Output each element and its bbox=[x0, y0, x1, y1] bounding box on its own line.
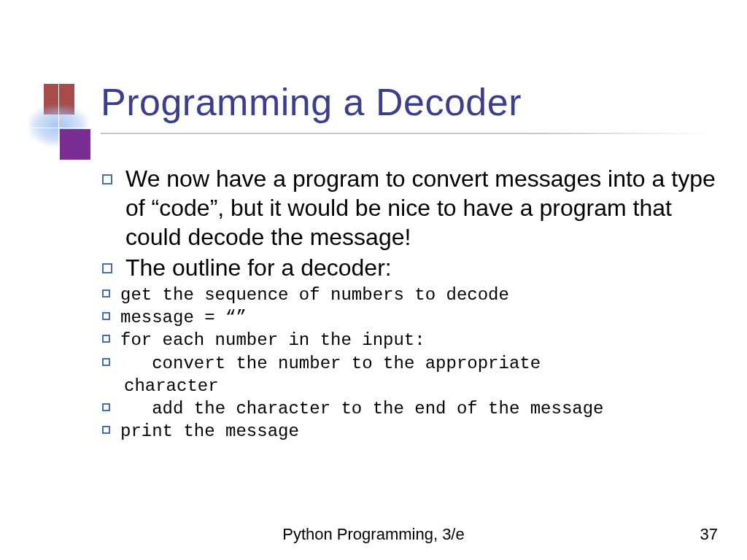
page-number: 37 bbox=[700, 525, 718, 544]
code-text: print the message bbox=[120, 420, 299, 443]
bullet-icon bbox=[102, 263, 112, 273]
slide-title: Programming a Decoder bbox=[101, 80, 522, 124]
slide-content: We now have a program to convert message… bbox=[102, 164, 722, 443]
code-text: for each number in the input: bbox=[120, 329, 425, 351]
code-text: message = “” bbox=[120, 306, 247, 329]
code-text: character bbox=[124, 375, 219, 397]
code-text: add the character to the end of the mess… bbox=[120, 397, 604, 420]
slide-decoration bbox=[29, 84, 95, 157]
code-line: get the sequence of numbers to decode bbox=[102, 284, 722, 306]
code-line: message = “” bbox=[102, 306, 722, 329]
code-text: convert the number to the appropriate bbox=[120, 352, 541, 375]
bullet-text: The outline for a decoder: bbox=[125, 253, 392, 282]
footer-text: Python Programming, 3/e bbox=[0, 525, 747, 544]
code-line: print the message bbox=[102, 420, 722, 443]
bullet-item: The outline for a decoder: bbox=[102, 253, 722, 282]
bullet-icon bbox=[102, 358, 110, 366]
bullet-icon bbox=[102, 335, 110, 343]
code-line: convert the number to the appropriate bbox=[102, 352, 722, 375]
bullet-text: We now have a program to convert message… bbox=[125, 164, 722, 252]
bullet-item: We now have a program to convert message… bbox=[102, 164, 722, 252]
code-text: get the sequence of numbers to decode bbox=[120, 284, 509, 306]
bullet-icon bbox=[102, 289, 110, 298]
bullet-icon bbox=[102, 174, 112, 184]
bullet-icon bbox=[102, 312, 110, 320]
code-line: add the character to the end of the mess… bbox=[102, 397, 722, 420]
code-line-wrap: character bbox=[124, 375, 722, 397]
bullet-icon bbox=[102, 426, 110, 434]
code-line: for each number in the input: bbox=[102, 329, 722, 351]
title-underline bbox=[101, 133, 713, 134]
bullet-icon bbox=[102, 403, 110, 411]
